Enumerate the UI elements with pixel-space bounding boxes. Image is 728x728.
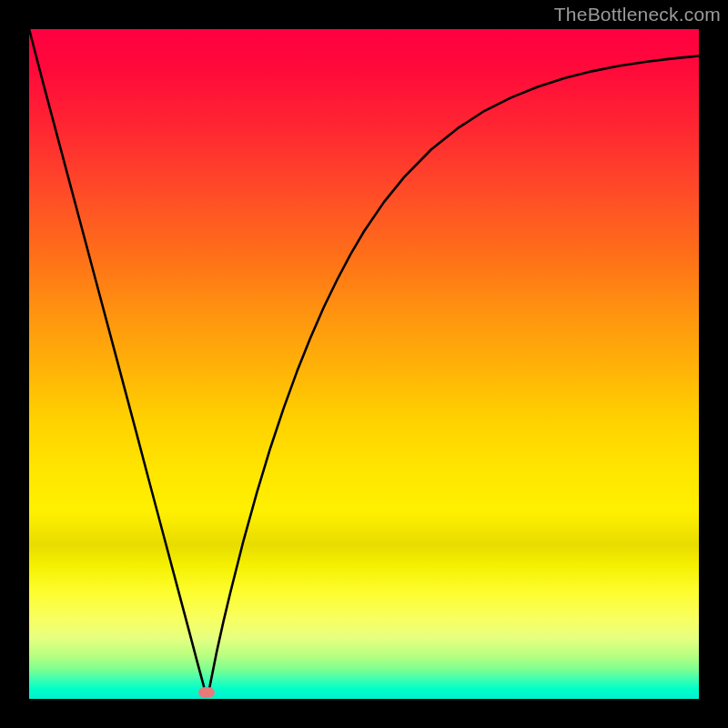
bottleneck-curve — [29, 29, 699, 697]
minimum-marker — [198, 687, 215, 698]
curve-layer — [29, 29, 699, 699]
watermark-text: TheBottleneck.com — [554, 4, 721, 25]
chart-canvas: TheBottleneck.com — [0, 0, 728, 728]
plot-area — [29, 29, 699, 699]
